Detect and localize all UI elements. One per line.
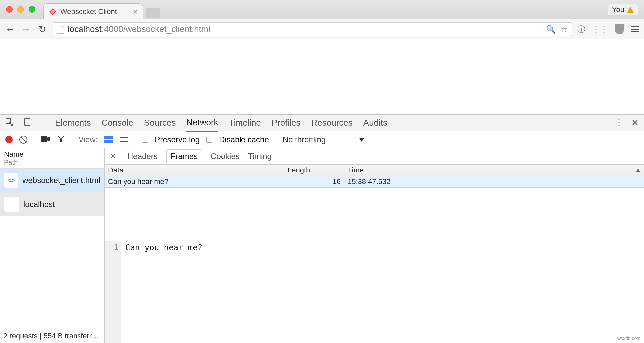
preserve-log-checkbox[interactable] (142, 137, 148, 143)
tab-title: Websocket Client (60, 7, 129, 16)
request-list: Name Path websocket_client.html localhos… (0, 148, 105, 343)
extension-icon[interactable]: ⋮⋮ (592, 25, 608, 34)
browser-toolbar: ← → ↻ localhost:4000/websocket_client.ht… (0, 19, 644, 39)
request-list-header[interactable]: Name Path (0, 148, 104, 169)
bookmark-icon[interactable]: ☆ (561, 25, 568, 34)
tab-resources[interactable]: Resources (311, 118, 353, 128)
frame-length-cell: 16 (284, 176, 344, 187)
address-bar[interactable]: localhost:4000/websocket_client.html 🔍 ☆ (53, 22, 572, 36)
sort-asc-icon (636, 169, 640, 172)
shield-icon[interactable] (615, 24, 624, 34)
inspect-icon[interactable] (5, 118, 13, 128)
detail-tab-frames[interactable]: Frames (166, 149, 202, 163)
zoom-icon[interactable]: 🔍 (546, 25, 556, 34)
tab-console[interactable]: Console (101, 118, 133, 128)
disable-cache-checkbox[interactable] (206, 137, 212, 143)
profile-button[interactable]: You (608, 4, 638, 15)
reload-button[interactable]: ↻ (37, 24, 47, 35)
disable-cache-label: Disable cache (219, 135, 269, 144)
large-rows-icon[interactable] (104, 136, 113, 143)
detail-tab-headers[interactable]: Headers (127, 152, 158, 161)
tab-sources[interactable]: Sources (144, 118, 176, 128)
frames-table: Data Length Time Can you hear me? 16 15:… (105, 165, 644, 188)
request-detail: ✕ Headers Frames Cookies Timing Data Len… (105, 148, 644, 343)
throttling-select[interactable]: No throttling (283, 135, 364, 144)
devtools-panel: Elements Console Sources Network Timelin… (0, 114, 644, 343)
filter-icon[interactable] (57, 135, 65, 145)
forward-button[interactable]: → (21, 24, 31, 35)
close-detail-icon[interactable]: ✕ (110, 152, 116, 161)
view-label: View: (79, 135, 98, 144)
tab-profiles[interactable]: Profiles (272, 118, 301, 128)
device-icon[interactable] (24, 118, 31, 128)
minimize-window-icon[interactable] (17, 6, 24, 13)
small-rows-icon[interactable] (120, 137, 128, 142)
window-controls (6, 6, 35, 13)
profile-label: You (612, 5, 624, 14)
col-data[interactable]: Data (105, 165, 284, 176)
menu-icon[interactable] (631, 26, 639, 32)
warning-icon (627, 7, 634, 13)
col-length[interactable]: Length (284, 165, 344, 176)
frame-content-text: Can you hear me? (121, 241, 206, 343)
preserve-log-label: Preserve log (155, 135, 200, 144)
tab-close-icon[interactable]: ✕ (132, 8, 138, 16)
browser-tab-strip: Websocket Client ✕ You (0, 0, 644, 19)
clear-button[interactable] (19, 136, 27, 144)
back-button[interactable]: ← (5, 24, 15, 35)
browser-tab[interactable]: Websocket Client ✕ (43, 3, 143, 19)
frame-content-viewer: 1 Can you hear me? (105, 241, 644, 343)
chevron-down-icon (359, 138, 364, 142)
extension-icons: ⓘ ⋮⋮ (577, 24, 639, 35)
file-icon (4, 197, 19, 212)
svg-rect-1 (25, 118, 30, 126)
record-button[interactable] (5, 136, 13, 143)
watermark: wsxdn.com (617, 336, 641, 341)
col-time[interactable]: Time (344, 165, 644, 176)
svg-rect-2 (41, 136, 47, 142)
detail-tab-cookies[interactable]: Cookies (211, 152, 240, 161)
camera-icon[interactable] (41, 135, 50, 144)
detail-tab-timing[interactable]: Timing (248, 152, 272, 161)
tab-favicon-icon (48, 7, 57, 16)
request-summary: 2 requests | 554 B transferr… (0, 329, 104, 343)
tab-elements[interactable]: Elements (55, 118, 91, 128)
close-window-icon[interactable] (6, 6, 13, 13)
frame-time-cell: 15:38:47.532 (344, 176, 644, 187)
new-tab-button[interactable] (146, 8, 160, 18)
detail-tab-bar: ✕ Headers Frames Cookies Timing (105, 148, 644, 165)
network-toolbar: View: Preserve log Disable cache No thro… (0, 131, 644, 148)
tab-network[interactable]: Network (186, 117, 218, 132)
devtools-menu-icon[interactable]: ⋮ (615, 118, 623, 128)
url-text: localhost:4000/websocket_client.html (68, 24, 210, 34)
devtools-tab-bar: Elements Console Sources Network Timelin… (0, 115, 644, 131)
tab-audits[interactable]: Audits (363, 118, 387, 128)
info-icon[interactable]: ⓘ (577, 24, 585, 35)
line-number: 1 (105, 241, 121, 343)
devtools-close-icon[interactable]: ✕ (631, 118, 639, 128)
tab-timeline[interactable]: Timeline (229, 118, 261, 128)
request-row[interactable]: localhost (0, 192, 104, 216)
page-icon (57, 25, 64, 34)
file-html-icon (4, 173, 18, 188)
frame-data-cell[interactable]: Can you hear me? (105, 176, 284, 187)
maximize-window-icon[interactable] (29, 6, 35, 13)
request-row[interactable]: websocket_client.html (0, 169, 104, 192)
page-content (0, 39, 644, 114)
